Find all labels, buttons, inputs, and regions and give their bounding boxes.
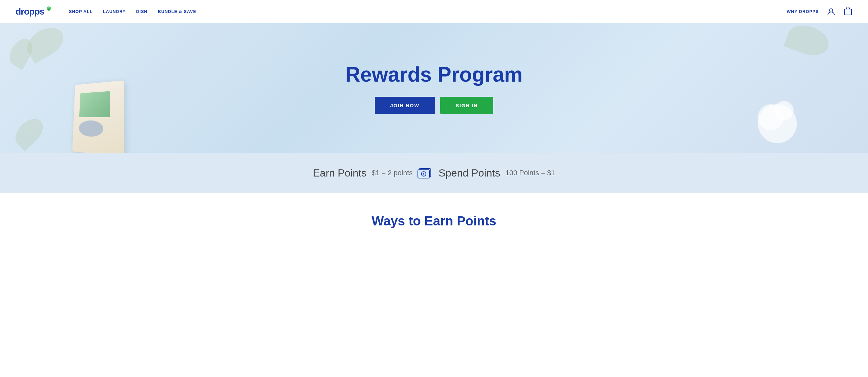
points-divider: $ xyxy=(413,165,438,181)
ways-to-earn-section: Ways to Earn Points xyxy=(0,193,868,244)
svg-rect-5 xyxy=(844,9,851,15)
user-icon[interactable] xyxy=(827,7,836,16)
logo[interactable]: dropps xyxy=(16,6,53,18)
bg-leaf-4 xyxy=(10,114,48,152)
logo-leaf-icon xyxy=(44,6,53,15)
nav-shop-all[interactable]: SHOP ALL xyxy=(69,9,93,14)
bg-leaf-3 xyxy=(783,23,832,61)
spend-points-label: Spend Points xyxy=(438,167,500,179)
earn-points-section: Earn Points $1 = 2 points xyxy=(313,167,413,179)
hero-product-illustration xyxy=(65,69,129,153)
nav-laundry[interactable]: LAUNDRY xyxy=(103,9,126,14)
product-box xyxy=(72,80,124,153)
nav-right: WHY DROPPS xyxy=(787,7,852,16)
money-icon: $ xyxy=(417,165,434,181)
nav-dish[interactable]: DISH xyxy=(136,9,148,14)
join-now-button[interactable]: JOIN NOW xyxy=(375,97,435,114)
main-nav: dropps SHOP ALL LAUNDRY DISH BUNDLE & SA… xyxy=(0,0,868,23)
svg-point-4 xyxy=(830,9,833,12)
nav-links: SHOP ALL LAUNDRY DISH BUNDLE & SAVE xyxy=(69,9,787,14)
earn-points-value: $1 = 2 points xyxy=(372,169,413,177)
svg-text:$: $ xyxy=(423,173,424,176)
hero-title: Rewards Program xyxy=(345,62,523,86)
spend-points-section: Spend Points 100 Points = $1 xyxy=(438,167,555,179)
cart-icon[interactable] xyxy=(843,7,852,16)
earn-points-label: Earn Points xyxy=(313,167,366,179)
nav-why-dropps[interactable]: WHY DROPPS xyxy=(787,9,819,14)
logo-text: dropps xyxy=(16,6,44,17)
points-bar: Earn Points $1 = 2 points $ Spend Points… xyxy=(0,153,868,193)
spend-points-value: 100 Points = $1 xyxy=(505,169,555,177)
hero-foam-illustration xyxy=(745,85,803,150)
ways-to-earn-title: Ways to Earn Points xyxy=(0,214,868,228)
hero-section: Rewards Program JOIN NOW SIGN IN xyxy=(0,23,868,153)
svg-point-3 xyxy=(48,6,50,8)
foam-blob-3 xyxy=(774,101,794,120)
hero-buttons: JOIN NOW SIGN IN xyxy=(375,97,494,114)
nav-bundle-save[interactable]: BUNDLE & SAVE xyxy=(158,9,196,14)
sign-in-button[interactable]: SIGN IN xyxy=(440,97,493,114)
